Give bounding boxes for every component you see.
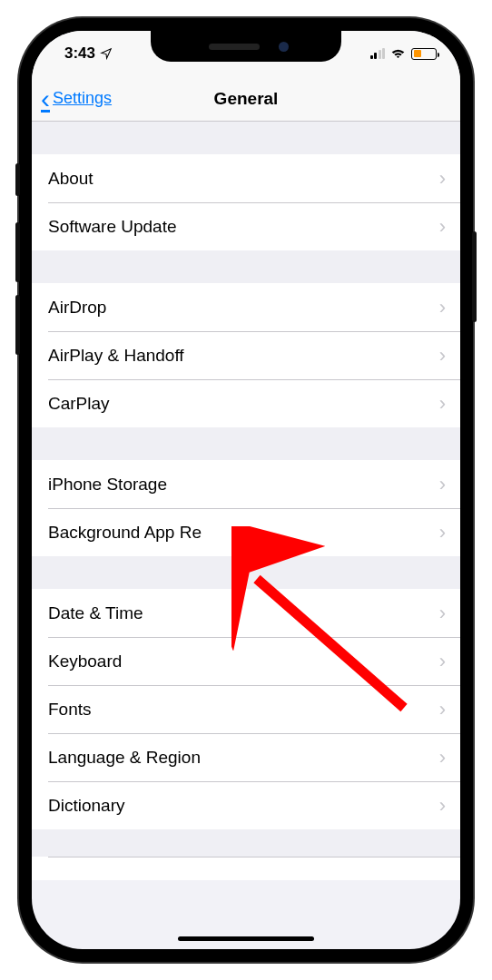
notch [151,31,341,62]
screen: 3:43 ‹ Settings [32,31,460,949]
clock: 3:43 [64,44,95,63]
phone-frame: 3:43 ‹ Settings [19,18,473,962]
row-airdrop[interactable]: AirDrop › [32,283,460,331]
row-label: Background App Re [48,523,202,543]
row-label: AirDrop [48,298,106,318]
row-label: Keyboard [48,652,122,671]
row-airplay-handoff[interactable]: AirPlay & Handoff › [32,331,460,379]
chevron-left-icon: ‹ [41,83,50,114]
row-label: Date & Time [48,603,143,623]
back-button[interactable]: ‹ Settings [41,83,112,114]
row-carplay[interactable]: CarPlay › [32,379,460,427]
wifi-icon [390,48,406,59]
row-software-update[interactable]: Software Update › [32,202,460,250]
chevron-right-icon: › [439,392,446,416]
row-language-region[interactable]: Language & Region › [32,733,460,781]
row-date-time[interactable]: Date & Time › [32,589,460,637]
mute-switch [15,163,20,196]
row-iphone-storage[interactable]: iPhone Storage › [32,460,460,508]
chevron-right-icon: › [439,167,446,191]
chevron-right-icon: › [439,602,446,625]
chevron-right-icon: › [439,794,446,818]
chevron-right-icon: › [439,650,446,673]
row-label: About [48,169,93,189]
section-gap [32,556,460,589]
row-label: Language & Region [48,748,201,768]
row-label: AirPlay & Handoff [48,346,184,366]
chevron-right-icon: › [439,746,446,769]
row-background-app-refresh[interactable]: Background App Re › [32,508,460,556]
back-label: Settings [53,89,112,108]
row-about[interactable]: About › [32,154,460,202]
row-label: iPhone Storage [48,475,167,495]
battery-icon [411,48,437,60]
chevron-right-icon: › [439,215,446,239]
section-gap [32,122,460,154]
row-label: Software Update [48,217,177,237]
section-gap [32,829,460,857]
chevron-right-icon: › [439,473,446,496]
chevron-right-icon: › [439,698,446,721]
row-fonts[interactable]: Fonts › [32,685,460,733]
row-dictionary[interactable]: Dictionary › [32,781,460,829]
volume-up-button [15,222,20,282]
chevron-right-icon: › [439,344,446,368]
location-icon [100,47,113,60]
row-label: Fonts [48,700,92,720]
section-gap [32,250,460,283]
home-indicator[interactable] [178,936,314,941]
cell-signal-icon [370,48,386,59]
row-keyboard[interactable]: Keyboard › [32,637,460,685]
volume-down-button [15,295,20,355]
row-partial[interactable] [32,857,460,880]
chevron-right-icon: › [439,521,446,544]
row-label: Dictionary [48,796,124,816]
nav-bar: ‹ Settings General [32,76,460,122]
row-label: CarPlay [48,394,110,414]
section-gap [32,427,460,460]
chevron-right-icon: › [439,296,446,319]
power-button [472,231,477,322]
